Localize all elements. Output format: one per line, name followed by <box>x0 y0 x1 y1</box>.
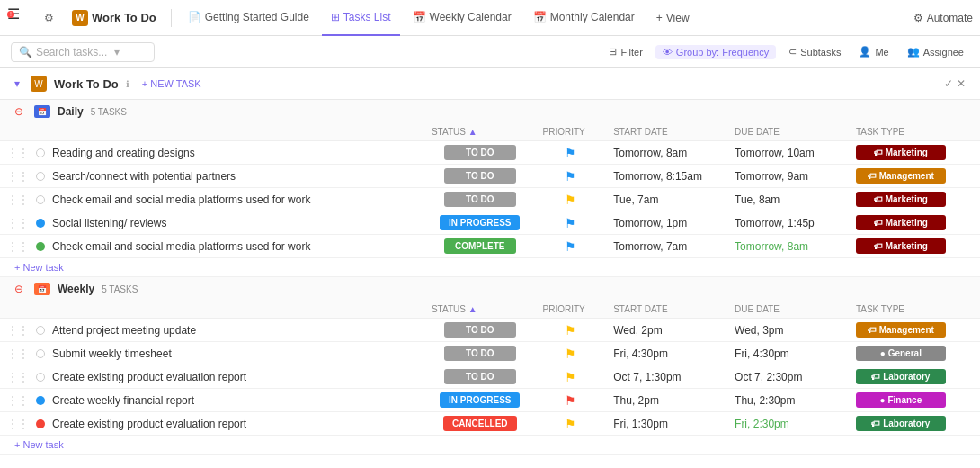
tab-weekly-calendar[interactable]: 📅 Weekly Calendar <box>404 0 521 36</box>
col-header-priority: PRIORITY <box>536 123 607 141</box>
group-by-button[interactable]: 👁 Group by: Frequency <box>655 45 776 59</box>
priority-cell[interactable]: ⚑ <box>536 342 607 365</box>
status-cell[interactable]: TO DO <box>424 141 536 165</box>
status-sort-icon[interactable]: ▲ <box>468 127 477 137</box>
type-cell[interactable]: 🏷 Marketing <box>849 235 980 258</box>
menu-button[interactable]: ☰ ! <box>7 5 32 31</box>
drag-handle[interactable]: ⋮⋮ <box>7 347 29 360</box>
assignee-button[interactable]: 👥 Assignee <box>902 44 969 59</box>
status-badge: TO DO <box>444 168 516 184</box>
new-task-row-weekly[interactable]: + New task <box>0 436 980 454</box>
table-row[interactable]: ⋮⋮ Check email and social media platform… <box>0 235 980 258</box>
tab-monthly-calendar[interactable]: 📅 Monthly Calendar <box>524 0 644 36</box>
col-header-status: STATUS ▲ <box>424 301 536 319</box>
weekly-task-table: STATUS ▲ PRIORITY START DATE DUE DATE TA… <box>0 301 980 454</box>
filter-button[interactable]: ⊟ Filter <box>603 44 647 59</box>
priority-cell[interactable]: ⚑ <box>536 141 607 165</box>
table-row[interactable]: ⋮⋮ Create existing product evaluation re… <box>0 365 980 389</box>
status-cell[interactable]: IN PROGRESS <box>424 212 536 235</box>
drag-handle[interactable]: ⋮⋮ <box>7 147 29 159</box>
drag-handle[interactable]: ⋮⋮ <box>7 324 29 337</box>
drag-handle[interactable]: ⋮⋮ <box>7 371 29 383</box>
subtasks-icon: ⊂ <box>788 46 797 58</box>
priority-cell[interactable]: ⚑ <box>536 188 607 212</box>
check-area: ✓ ✕ <box>944 77 966 90</box>
status-cell[interactable]: TO DO <box>424 342 536 365</box>
type-cell[interactable]: 🏷 Marketing <box>849 188 980 212</box>
priority-cell[interactable]: ⚑ <box>536 235 607 258</box>
type-cell[interactable]: 🏷 Laboratory <box>849 365 980 389</box>
divider <box>171 9 172 27</box>
type-cell[interactable]: 🏷 Management <box>849 319 980 342</box>
priority-cell[interactable]: ⚑ <box>536 165 607 188</box>
table-row[interactable]: ⋮⋮ Create existing product evaluation re… <box>0 412 980 436</box>
main-content: ▾ W Work To Do ℹ + NEW TASK ✓ ✕ ⊖ 📅 Dail… <box>0 68 980 468</box>
collapse-work-icon[interactable]: ▾ <box>14 77 20 90</box>
work-workspace-icon: W <box>31 76 47 92</box>
weekly-task-count: 5 TASKS <box>102 284 138 294</box>
tab-tasks-list[interactable]: ⊞ Tasks List <box>322 0 400 36</box>
status-sort-icon[interactable]: ▲ <box>468 304 477 314</box>
status-badge: IN PROGRESS <box>440 392 520 408</box>
table-row[interactable]: ⋮⋮ Create weekly financial report IN PRO… <box>0 389 980 412</box>
priority-cell[interactable]: ⚑ <box>536 365 607 389</box>
due-date-cell: Fri, 2:30pm <box>727 412 849 436</box>
type-cell[interactable]: ● General <box>849 342 980 365</box>
col-header-task <box>0 123 424 141</box>
priority-cell[interactable]: ⚑ <box>536 319 607 342</box>
start-date-cell: Thu, 2pm <box>606 389 727 412</box>
new-task-button[interactable]: + New task <box>14 262 64 273</box>
status-badge: TO DO <box>444 322 516 338</box>
start-date-cell: Tomorrow, 8am <box>606 141 727 165</box>
tab-getting-started[interactable]: 📄 Getting Started Guide <box>179 0 318 36</box>
table-row[interactable]: ⋮⋮ Check email and social media platform… <box>0 188 980 212</box>
status-cell[interactable]: TO DO <box>424 365 536 389</box>
priority-cell[interactable]: ⚑ <box>536 412 607 436</box>
status-cell[interactable]: TO DO <box>424 319 536 342</box>
status-cell[interactable]: IN PROGRESS <box>424 389 536 412</box>
type-cell[interactable]: ● Finance <box>849 389 980 412</box>
status-cell[interactable]: TO DO <box>424 188 536 212</box>
search-box[interactable]: 🔍 Search tasks... ▾ <box>11 42 155 62</box>
drag-handle[interactable]: ⋮⋮ <box>7 394 29 407</box>
task-cell: ⋮⋮ Social listening/ reviews <box>0 212 424 235</box>
drag-handle[interactable]: ⋮⋮ <box>7 418 29 430</box>
table-row[interactable]: ⋮⋮ Attend project meeting update TO DO ⚑… <box>0 319 980 342</box>
subtasks-button[interactable]: ⊂ Subtasks <box>783 44 846 59</box>
type-cell[interactable]: 🏷 Marketing <box>849 212 980 235</box>
type-cell[interactable]: 🏷 Management <box>849 165 980 188</box>
type-cell[interactable]: 🏷 Marketing <box>849 141 980 165</box>
drag-handle[interactable]: ⋮⋮ <box>7 194 29 206</box>
start-date-cell: Tomorrow, 7am <box>606 235 727 258</box>
type-cell[interactable]: 🏷 Laboratory <box>849 412 980 436</box>
automate-icon: ⚙ <box>913 12 923 24</box>
drag-handle[interactable]: ⋮⋮ <box>7 170 29 183</box>
priority-flag: ⚑ <box>565 370 576 384</box>
list-icon: ⊞ <box>331 11 340 23</box>
x-icon: ✕ <box>957 77 966 90</box>
status-cell[interactable]: COMPLETE <box>424 235 536 258</box>
automate-button[interactable]: ⚙ Automate <box>913 12 973 24</box>
status-cell[interactable]: TO DO <box>424 165 536 188</box>
task-dot <box>36 326 45 335</box>
table-row[interactable]: ⋮⋮ Submit weekly timesheet TO DO ⚑ Fri, … <box>0 342 980 365</box>
new-task-row[interactable]: + New task <box>0 258 980 277</box>
table-row[interactable]: ⋮⋮ Reading and creating designs TO DO ⚑ … <box>0 141 980 165</box>
new-task-button-weekly[interactable]: + New task <box>14 439 64 450</box>
type-badge: 🏷 Management <box>856 322 946 338</box>
new-task-header-button[interactable]: + NEW TASK <box>137 76 207 91</box>
table-row[interactable]: ⋮⋮ Search/connect with potential partner… <box>0 165 980 188</box>
info-icon: ℹ <box>126 79 129 89</box>
priority-cell[interactable]: ⚑ <box>536 389 607 412</box>
table-row[interactable]: ⋮⋮ Social listening/ reviews IN PROGRESS… <box>0 212 980 235</box>
weekly-collapse-icon[interactable]: ⊖ <box>14 283 23 295</box>
status-cell[interactable]: CANCELLED <box>424 412 536 436</box>
settings-button[interactable]: ⚙ <box>36 5 61 31</box>
add-view-button[interactable]: + View <box>647 12 699 24</box>
daily-collapse-icon[interactable]: ⊖ <box>14 105 23 118</box>
priority-cell[interactable]: ⚑ <box>536 212 607 235</box>
drag-handle[interactable]: ⋮⋮ <box>7 240 29 253</box>
status-badge: TO DO <box>444 145 516 160</box>
drag-handle[interactable]: ⋮⋮ <box>7 217 29 230</box>
me-button[interactable]: 👤 Me <box>853 44 894 59</box>
